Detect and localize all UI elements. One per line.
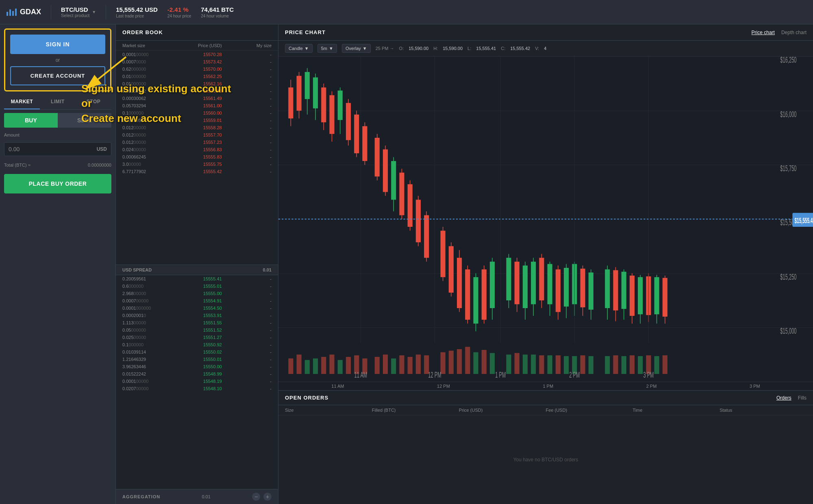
- candle-select[interactable]: Candle ▼: [285, 44, 313, 53]
- tab-price-chart[interactable]: Price chart: [752, 30, 775, 35]
- tab-limit[interactable]: LIMIT: [40, 95, 76, 109]
- svg-rect-102: [305, 360, 310, 374]
- open-orders-empty: You have no BTC/USD orders: [278, 415, 813, 504]
- sign-in-button[interactable]: SIGN IN: [10, 35, 105, 54]
- ask-mysize: -: [222, 169, 272, 174]
- amount-input-row: USD: [4, 142, 111, 156]
- amount-input[interactable]: [9, 146, 97, 152]
- x-label-3pm: 3 PM: [750, 384, 760, 389]
- svg-rect-142: [663, 355, 667, 374]
- tab-market[interactable]: MARKET: [4, 95, 40, 109]
- ask-size: 0.00030062: [122, 96, 172, 101]
- logo-bar-4: [15, 9, 17, 16]
- bid-row: 0.000100000 15548.19 -: [116, 378, 278, 385]
- logo-icon: [7, 9, 17, 16]
- bid-price: 15551.27: [172, 335, 222, 340]
- sell-button[interactable]: SELL: [58, 113, 111, 128]
- svg-rect-136: [613, 355, 618, 374]
- create-account-button[interactable]: CREATE ACCOUNT: [10, 66, 105, 85]
- svg-rect-75: [556, 269, 561, 312]
- svg-rect-130: [556, 355, 561, 374]
- svg-rect-97: [654, 277, 659, 314]
- ohlc-open-val: 15,590.00: [409, 46, 428, 51]
- bid-size: 0.000700000: [122, 298, 172, 303]
- bid-mysize: -: [222, 386, 272, 391]
- last-trade-price: 15,555.42 USD: [116, 6, 158, 13]
- ask-mysize: -: [222, 52, 272, 57]
- ask-size: 0.00070000: [122, 59, 172, 64]
- spread-label: USD SPREAD: [122, 267, 152, 272]
- chart-area: $16,250 $16,000 $15,750 $15,500 $15,250 …: [278, 56, 813, 382]
- bid-mysize: -: [222, 364, 272, 369]
- ask-mysize: -: [222, 67, 272, 72]
- svg-rect-138: [630, 355, 635, 374]
- tab-depth-chart[interactable]: Depth chart: [781, 30, 806, 35]
- bid-price: 15555.00: [172, 291, 222, 296]
- ask-row: 0.01200000 15557.70 -: [116, 131, 278, 139]
- bid-price: 15553.91: [172, 313, 222, 318]
- total-row: Total (BTC) ≈ 0.00000000: [4, 163, 111, 167]
- svg-rect-77: [564, 268, 569, 306]
- ask-mysize: -: [222, 147, 272, 152]
- svg-rect-31: [354, 115, 359, 153]
- bid-mysize: -: [222, 342, 272, 347]
- overlay-select[interactable]: Overlay ▼: [342, 44, 371, 53]
- svg-rect-107: [346, 357, 351, 374]
- bid-size: 0.000100000: [122, 379, 172, 384]
- bid-size: 1.11300000: [122, 320, 172, 325]
- svg-rect-73: [548, 264, 552, 304]
- timeframe-select[interactable]: 5m ▼: [317, 44, 337, 53]
- bid-mysize: -: [222, 320, 272, 325]
- candle-label: Candle: [289, 46, 303, 51]
- order-type-tabs: MARKET LIMIT STOP: [4, 95, 111, 110]
- svg-text:1 PM: 1 PM: [495, 370, 506, 380]
- ohlc-low-val: 15,555.41: [476, 46, 496, 51]
- svg-rect-120: [465, 347, 470, 374]
- buy-button[interactable]: BUY: [4, 113, 58, 128]
- logo-text: GDAX: [20, 8, 41, 16]
- svg-rect-87: [613, 270, 618, 311]
- tab-stop[interactable]: STOP: [76, 95, 111, 109]
- svg-rect-100: [288, 358, 293, 374]
- bid-price: 15548.10: [172, 386, 222, 391]
- svg-rect-135: [605, 356, 610, 374]
- aggregation-decrease-button[interactable]: −: [252, 493, 260, 501]
- svg-rect-41: [399, 173, 404, 215]
- ask-row: 0.1000000 15560.00 -: [116, 109, 278, 117]
- right-panel: PRICE CHART Price chart Depth chart Cand…: [278, 24, 813, 504]
- ask-row: 0.01000000 15562.25 -: [116, 73, 278, 80]
- bid-price: 15551.52: [172, 328, 222, 332]
- ask-mysize: -: [222, 154, 272, 159]
- svg-rect-35: [375, 138, 380, 176]
- svg-rect-89: [622, 272, 626, 309]
- tab-orders[interactable]: Orders: [776, 395, 791, 401]
- place-order-button[interactable]: PLACE BUY ORDER: [4, 174, 111, 193]
- tab-fills[interactable]: Fills: [798, 395, 806, 401]
- svg-rect-106: [338, 360, 343, 374]
- svg-rect-85: [605, 269, 610, 308]
- svg-rect-139: [638, 356, 643, 374]
- ask-row: 0.62000000 15570.00 -: [116, 65, 278, 73]
- 24h-price-value: -2.41 %: [167, 6, 191, 13]
- ask-price: 15562.25: [172, 74, 222, 79]
- svg-text:3 PM: 3 PM: [643, 370, 654, 380]
- svg-rect-47: [424, 215, 429, 258]
- bid-mysize: -: [222, 313, 272, 318]
- aggregation-increase-button[interactable]: +: [263, 493, 272, 501]
- svg-rect-113: [399, 355, 404, 374]
- ask-price: 15561.83: [172, 89, 222, 93]
- svg-text:$15,000: $15,000: [780, 326, 796, 336]
- timeframe-chevron-icon: ▼: [329, 46, 333, 51]
- svg-text:$15,555.42: $15,555.42: [794, 216, 813, 224]
- ohlc-close-val: 15,555.42: [510, 46, 530, 51]
- ask-row: 0.00030062 15561.49 -: [116, 95, 278, 102]
- app-header: GDAX BTC/USD Select product ▼ 15,555.42 …: [0, 0, 813, 24]
- ask-mysize: -: [222, 81, 272, 86]
- bid-price: 15548.99: [172, 371, 222, 376]
- svg-rect-23: [321, 87, 326, 122]
- svg-rect-63: [506, 258, 511, 300]
- product-selector[interactable]: BTC/USD Select product ▼: [61, 6, 96, 18]
- svg-rect-101: [297, 354, 302, 374]
- x-label-2pm: 2 PM: [646, 384, 657, 389]
- svg-rect-59: [482, 269, 487, 320]
